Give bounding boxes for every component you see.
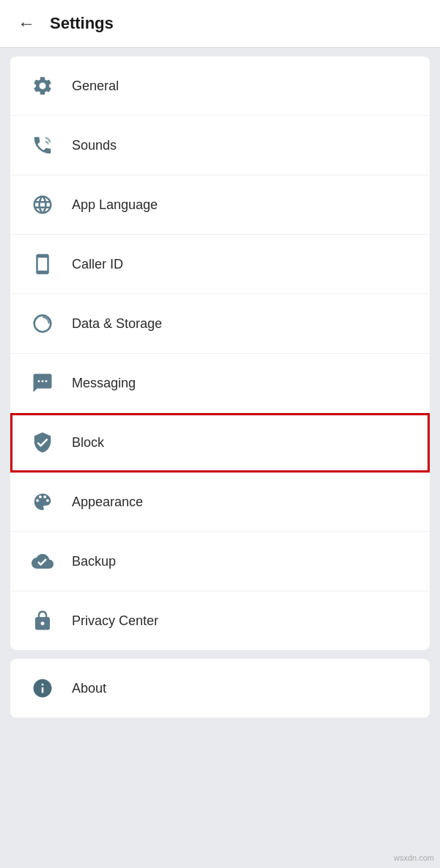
block-label: Block bbox=[72, 435, 104, 451]
general-label: General bbox=[72, 79, 119, 94]
privacy-center-label: Privacy Center bbox=[72, 613, 158, 629]
sidebar-item-about[interactable]: About bbox=[10, 659, 430, 718]
settings-list: General Sounds App Language Caller ID bbox=[10, 56, 430, 650]
sidebar-item-backup[interactable]: Backup bbox=[10, 532, 430, 591]
sidebar-item-sounds[interactable]: Sounds bbox=[10, 116, 430, 175]
globe-icon bbox=[28, 190, 57, 219]
app-language-label: App Language bbox=[72, 197, 158, 213]
settings-header: ← Settings bbox=[0, 0, 440, 48]
phone-sound-icon bbox=[28, 131, 57, 160]
back-arrow-icon: ← bbox=[18, 15, 35, 32]
info-icon bbox=[28, 674, 57, 703]
caller-id-label: Caller ID bbox=[72, 257, 123, 272]
sidebar-item-general[interactable]: General bbox=[10, 56, 430, 116]
palette-icon bbox=[28, 487, 57, 517]
sidebar-item-app-language[interactable]: App Language bbox=[10, 175, 430, 235]
cloud-check-icon bbox=[28, 547, 57, 576]
watermark: wsxdn.com bbox=[394, 853, 434, 862]
messaging-label: Messaging bbox=[72, 376, 136, 391]
back-button[interactable]: ← bbox=[15, 12, 38, 35]
chat-icon bbox=[28, 368, 57, 398]
sidebar-item-block[interactable]: Block bbox=[10, 413, 430, 473]
data-icon bbox=[28, 309, 57, 338]
sidebar-item-privacy-center[interactable]: Privacy Center bbox=[10, 591, 430, 650]
appearance-label: Appearance bbox=[72, 495, 143, 510]
lock-icon bbox=[28, 606, 57, 635]
sidebar-item-appearance[interactable]: Appearance bbox=[10, 473, 430, 532]
gear-icon bbox=[28, 71, 57, 101]
sidebar-item-data-storage[interactable]: Data & Storage bbox=[10, 294, 430, 354]
backup-label: Backup bbox=[72, 554, 116, 569]
phone-portrait-icon bbox=[28, 249, 57, 279]
page-title: Settings bbox=[50, 14, 114, 33]
sounds-label: Sounds bbox=[72, 138, 117, 153]
shield-check-icon bbox=[28, 428, 57, 457]
about-card: About bbox=[10, 659, 430, 718]
data-storage-label: Data & Storage bbox=[72, 316, 162, 332]
sidebar-item-caller-id[interactable]: Caller ID bbox=[10, 235, 430, 294]
sidebar-item-messaging[interactable]: Messaging bbox=[10, 354, 430, 413]
about-label: About bbox=[72, 681, 106, 696]
